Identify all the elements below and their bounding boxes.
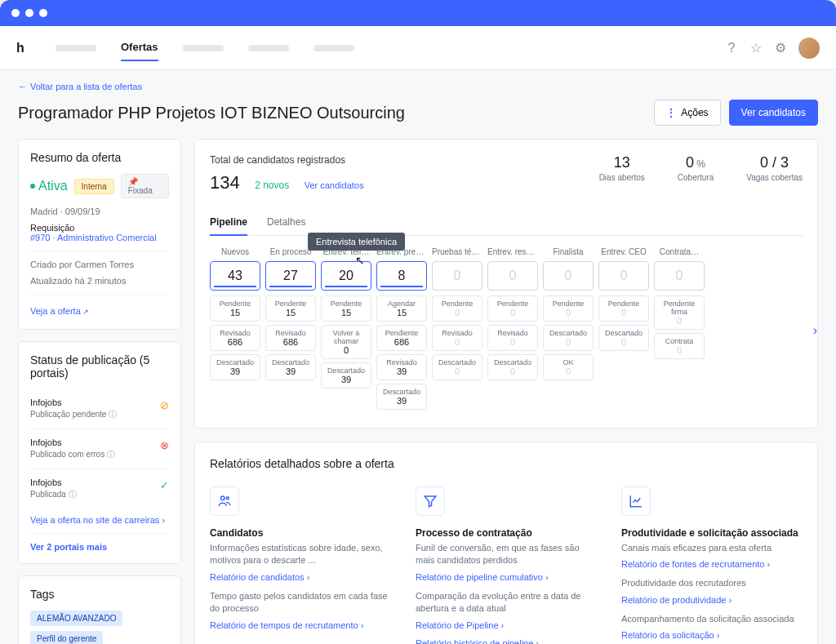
stage-sub: Revisado0 bbox=[487, 325, 538, 351]
star-icon[interactable]: ☆ bbox=[749, 42, 763, 55]
stage-name: Finalista bbox=[543, 247, 594, 256]
more-portals-link[interactable]: Ver 2 portais mais bbox=[30, 542, 169, 552]
updated-at: Atualizado há 2 minutos bbox=[30, 276, 169, 286]
breadcrumb-back[interactable]: ← Voltar para a lista de ofertas bbox=[18, 82, 818, 91]
report-desc: Tempo gasto pelos candidatos em cada fas… bbox=[210, 590, 391, 615]
pipeline-stage[interactable]: Finalista 0Pendente0Descartado0OK0 bbox=[543, 247, 594, 413]
report-link[interactable]: Relatório da solicitação bbox=[621, 630, 803, 640]
stage-count: 8 bbox=[376, 261, 427, 291]
gear-icon[interactable]: ⚙ bbox=[774, 42, 787, 55]
pipeline-stage[interactable]: Contrata… 0Pendente firma0Contrata0 bbox=[654, 247, 705, 413]
stats-link[interactable]: Ver candidatos bbox=[305, 180, 364, 190]
report-desc: Canais mais eficazes para esta oferta bbox=[621, 542, 803, 554]
status-badge: Ativa bbox=[30, 179, 68, 193]
portal-row: Infojobs Publicada ⓘ ✓ bbox=[30, 469, 169, 509]
help-icon[interactable]: ? bbox=[725, 42, 738, 55]
portal-row: Infojobs Publicação pendente ⓘ ⊘ bbox=[30, 389, 169, 429]
report-link[interactable]: Relatório de tempos de recrutamento bbox=[210, 620, 391, 630]
reports-title: Relatórios detalhados sobre a oferta bbox=[210, 457, 803, 470]
kpi-row: 13Dias abertos0 %Cobertura0 / 3Vagas cob… bbox=[599, 154, 803, 182]
total-count: 134 bbox=[210, 172, 240, 193]
stage-sub: Contrata0 bbox=[654, 333, 705, 359]
reports-grid: CandidatosInformações estatísticas sobre… bbox=[210, 486, 803, 644]
top-nav: h Ofertas ? ☆ ⚙ bbox=[0, 26, 836, 70]
view-offer-link[interactable]: Veja a oferta bbox=[30, 306, 89, 316]
stage-sub: Revisado0 bbox=[432, 325, 482, 351]
stage-count: 27 bbox=[265, 261, 316, 291]
nav-right: ? ☆ ⚙ bbox=[725, 38, 820, 59]
report-link[interactable]: Relatório de candidatos bbox=[210, 572, 391, 582]
nav-tabs: Ofertas bbox=[56, 34, 354, 61]
summary-status-row: Ativa Interna 📌 Fixada bbox=[30, 174, 169, 198]
main: Total de candidatos registrados 134 2 no… bbox=[194, 139, 818, 644]
kpi-label: Cobertura bbox=[678, 173, 714, 182]
report-desc: Comparação da evolução entre a data de a… bbox=[416, 590, 597, 615]
tag[interactable]: ALEMÃO AVANZADO bbox=[30, 611, 122, 626]
badge-interna: Interna bbox=[74, 179, 114, 194]
pipeline-stage[interactable]: Nuevos 43Pendente15Revisado686Descartado… bbox=[210, 247, 260, 413]
summary-card: Resumo da oferta Ativa Interna 📌 Fixada … bbox=[18, 139, 181, 330]
cursor-icon: ↖ bbox=[355, 254, 365, 267]
report-link[interactable]: Relatório de Pipeline bbox=[416, 620, 597, 630]
report-column: Produtividade e solicitação associadaCan… bbox=[621, 486, 803, 644]
ver-candidatos-button[interactable]: Ver candidatos bbox=[729, 100, 818, 126]
report-desc: Funil de conversão, em que as fases são … bbox=[416, 542, 597, 567]
logo[interactable]: h bbox=[16, 41, 31, 56]
pipeline-stage[interactable]: Pruebas téc… 0Pendente0Revisado0Descarta… bbox=[432, 247, 482, 413]
tab-pipeline[interactable]: Pipeline bbox=[210, 210, 247, 236]
portal-status-icon: ⊗ bbox=[160, 439, 169, 451]
portal-status-icon: ✓ bbox=[160, 479, 169, 491]
tab-detalhes[interactable]: Detalhes bbox=[267, 210, 305, 235]
stage-sub: Pendente firma0 bbox=[654, 295, 705, 330]
pipeline-wrap: ↖ Nuevos 43Pendente15Revisado686Descarta… bbox=[210, 247, 803, 413]
report-desc: Acompanhamento da solicitação associada bbox=[621, 613, 803, 625]
kpi-label: Dias abertos bbox=[599, 173, 645, 182]
stage-sub: Pendente0 bbox=[487, 295, 538, 322]
stage-count: 0 bbox=[598, 261, 649, 291]
tag[interactable]: Perfil do gerente bbox=[30, 631, 103, 644]
report-link[interactable]: Relatório de pipeline cumulativo bbox=[416, 572, 597, 582]
pipeline-stage[interactable]: En proceso 27Pendente15Revisado686Descar… bbox=[265, 247, 316, 413]
window-dot[interactable] bbox=[25, 9, 33, 17]
nav-item-placeholder[interactable] bbox=[314, 45, 354, 51]
stage-sub: Descartado0 bbox=[543, 325, 594, 351]
pipeline-stage[interactable]: Entrev. resp… 0Pendente0Revisado0Descart… bbox=[487, 247, 538, 413]
acoes-button[interactable]: ⋮Ações bbox=[654, 100, 720, 126]
scroll-right-icon[interactable]: › bbox=[813, 323, 817, 338]
requisicao-link[interactable]: #970 · Administrativo Comercial bbox=[30, 233, 169, 242]
stage-count: 0 bbox=[487, 261, 538, 291]
report-link[interactable]: Relatório de fontes de recrutamento bbox=[621, 559, 803, 569]
window-dot[interactable] bbox=[39, 9, 47, 17]
created-by: Criado por Carmen Torres bbox=[30, 260, 169, 269]
stage-sub: Descartado39 bbox=[210, 354, 260, 380]
stage-sub: Pendente0 bbox=[598, 295, 649, 322]
dots-icon: ⋮ bbox=[666, 107, 676, 118]
kpi: 0 / 3Vagas cobertas bbox=[746, 154, 803, 182]
pipeline-stage[interactable]: Entrev. telf… 20Pendente15Volver a chama… bbox=[321, 247, 371, 413]
nav-item-placeholder[interactable] bbox=[248, 45, 289, 51]
careers-site-link[interactable]: Veja a oferta no site de carreiras › bbox=[30, 515, 169, 525]
nav-item-placeholder[interactable] bbox=[183, 45, 224, 51]
report-link[interactable]: Relatório histórico de pipeline bbox=[416, 638, 597, 644]
stage-sub: Descartado39 bbox=[265, 354, 316, 380]
pipeline-stage[interactable]: Entrev. pres… 8Agendar15Pendiente686Revi… bbox=[376, 247, 427, 413]
report-link[interactable]: Relatório de produtividade bbox=[621, 595, 803, 605]
report-column: CandidatosInformações estatísticas sobre… bbox=[210, 486, 391, 644]
portal-name: Infojobs bbox=[30, 398, 169, 407]
kpi-value: 0 % bbox=[678, 154, 714, 171]
stage-sub: Revisado686 bbox=[210, 325, 260, 351]
user-avatar[interactable] bbox=[798, 38, 820, 59]
tooltip: Entrevista telefônica bbox=[308, 233, 405, 251]
arrow-left-icon: ← bbox=[18, 82, 27, 91]
window-dot[interactable] bbox=[11, 9, 20, 17]
stage-count: 0 bbox=[543, 261, 594, 291]
stage-name: Nuevos bbox=[210, 247, 260, 256]
kpi-value: 0 / 3 bbox=[746, 154, 803, 171]
location-date: Madrid · 09/09/19 bbox=[30, 207, 169, 216]
stats-left: Total de candidatos registrados 134 2 no… bbox=[210, 154, 363, 193]
app-window: h Ofertas ? ☆ ⚙ ← Voltar para a lista de… bbox=[0, 0, 836, 644]
nav-tab-ofertas[interactable]: Ofertas bbox=[121, 34, 158, 61]
pipeline-stage[interactable]: Entrev. CEO 0Pendente0Descartado0 bbox=[598, 247, 649, 413]
portal-status: Publicado com erros ⓘ bbox=[30, 449, 169, 460]
nav-item-placeholder[interactable] bbox=[56, 45, 96, 51]
